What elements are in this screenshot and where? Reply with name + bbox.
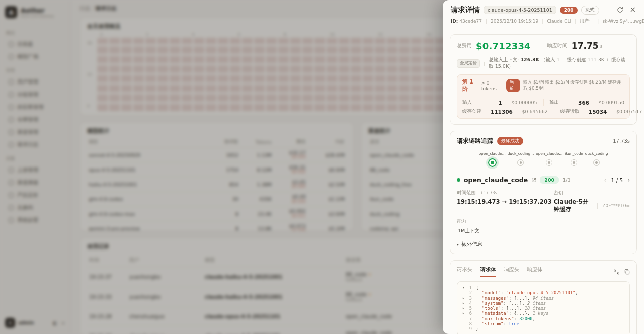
request-id: 43cede77 bbox=[459, 19, 482, 24]
payload-tab[interactable]: 请求体 bbox=[480, 266, 497, 277]
trace-node-dot bbox=[546, 159, 552, 166]
token-stat-row: 输入1$0.000005 输出366$0.009150 bbox=[462, 99, 624, 106]
trace-node[interactable]: ikun_code bbox=[564, 151, 584, 167]
code-line: ▸5"tools": [...], 18 items bbox=[461, 306, 625, 311]
line-number: 8 bbox=[466, 321, 472, 326]
chevron-spacer bbox=[461, 326, 466, 331]
extra-info-toggle[interactable]: ▸ 额外信息 bbox=[457, 241, 630, 248]
page-indicator: 1 / 5 bbox=[611, 177, 623, 183]
collapse-panel-icon[interactable] bbox=[614, 269, 619, 275]
status-code-badge: 200 bbox=[560, 7, 578, 14]
ability-label: 能力 bbox=[457, 218, 466, 225]
expand-triangle-icon: ▸ bbox=[457, 242, 459, 247]
json-viewer[interactable]: ▾1{2"model": "claude-opus-4-5-20251101",… bbox=[457, 281, 630, 334]
refresh-icon[interactable] bbox=[617, 7, 623, 13]
line-number: 2 bbox=[466, 290, 472, 295]
payload-card: 请求头请求体响应头响应体 ▾1{2"model": "claude-opus-4… bbox=[450, 260, 637, 334]
latency-value: 17.75 bbox=[572, 41, 599, 51]
code-line: ▸3"messages": [...], 94 items bbox=[461, 296, 625, 301]
close-icon[interactable]: × bbox=[629, 6, 636, 14]
request-meta: ID: 43cede77 | 2025/12/10 19:15:19 | Cla… bbox=[451, 18, 636, 24]
selected-channel-name: open_claude_code bbox=[464, 176, 528, 184]
chevron-spacer bbox=[461, 316, 466, 321]
line-number: 1 bbox=[466, 285, 472, 290]
request-detail-drawer: 请求详情 claude-opus-4-5-20251101 200 流式 × I… bbox=[443, 0, 644, 334]
line-number: 5 bbox=[466, 306, 472, 311]
total-cost: $0.712334 bbox=[476, 41, 531, 51]
code-line: ▸6"metadata": {...}, 1 keys bbox=[461, 311, 625, 316]
trace-duration: 17.73s bbox=[613, 138, 630, 144]
next-page-icon[interactable]: › bbox=[627, 177, 630, 184]
redacted-username bbox=[594, 19, 594, 23]
chevron-spacer bbox=[461, 290, 466, 295]
payload-tab[interactable]: 响应头 bbox=[504, 266, 520, 277]
final-status-badge: 最终成功 bbox=[497, 137, 523, 145]
code-line: 2"model": "claude-opus-4-5-20251101", bbox=[461, 290, 625, 295]
key-name: Claude-5分钟缓存 bbox=[554, 198, 592, 213]
latency-label: 响应时间 bbox=[547, 42, 568, 49]
time-range-value: 19:15:19.473 → 19:15:37.203 bbox=[457, 198, 554, 205]
attempt-count: 1/3 bbox=[562, 177, 570, 183]
context-summary: 全局定价 | 总输入上下文: 126.3K （输入 1 + 缓存创建 111.3… bbox=[457, 57, 630, 70]
extra-info-label: 额外信息 bbox=[461, 241, 482, 248]
tier-name: 第 1 阶 bbox=[462, 78, 478, 93]
line-number: 9 bbox=[466, 326, 472, 331]
pricing-badge: 全局定价 bbox=[457, 59, 480, 68]
line-number: 6 bbox=[466, 311, 472, 316]
trace-node[interactable]: open_claude... bbox=[478, 151, 507, 167]
ability-tag: 1M上下文 bbox=[457, 227, 480, 235]
request-time: 2025/12/10 19:15:19 bbox=[491, 19, 538, 24]
code-line: ▾1{ bbox=[461, 285, 625, 290]
line-number: 3 bbox=[466, 296, 472, 301]
code-line: ▸4"system": [...], 2 items bbox=[461, 301, 625, 306]
trace-node-dot bbox=[571, 159, 577, 166]
key-label: 密钥 bbox=[554, 190, 564, 196]
time-delta: +17.73s bbox=[480, 191, 497, 195]
code-line: 7"max_tokens": 32000, bbox=[461, 316, 625, 321]
trace-timeline: open_claude... duck_coding... open_claud… bbox=[457, 151, 630, 167]
prev-page-icon[interactable]: ‹ bbox=[604, 177, 607, 184]
tier-range: > 0 tokens bbox=[481, 80, 503, 91]
chevron-spacer bbox=[461, 321, 466, 326]
expand-chevron-icon[interactable]: ▸ bbox=[461, 296, 466, 301]
current-tier-badge: 当前 bbox=[506, 79, 521, 92]
copy-icon[interactable] bbox=[624, 269, 630, 275]
payload-tab[interactable]: 响应体 bbox=[527, 266, 543, 277]
trace-title: 请求链路追踪 bbox=[457, 137, 493, 145]
success-dot-icon bbox=[457, 178, 460, 182]
stream-badge: 流式 bbox=[581, 6, 599, 15]
external-link-icon[interactable] bbox=[531, 178, 536, 183]
payload-tab[interactable]: 请求头 bbox=[457, 266, 473, 277]
payload-tabs: 请求头请求体响应头响应体 bbox=[457, 266, 630, 277]
trace-node-dot bbox=[517, 159, 524, 166]
drawer-body: 总费用 $0.712334 响应时间 17.75 s 全局定价 | 总输入上下文… bbox=[443, 28, 644, 334]
code-lines: ▾1{2"model": "claude-opus-4-5-20251101",… bbox=[461, 285, 625, 332]
trace-node[interactable]: duck_coding... bbox=[507, 151, 535, 167]
drawer-header: 请求详情 claude-opus-4-5-20251101 200 流式 × I… bbox=[443, 0, 644, 28]
trace-node[interactable]: duck_coding bbox=[584, 151, 609, 167]
latency-unit: s bbox=[600, 43, 603, 49]
expand-chevron-icon[interactable]: ▸ bbox=[461, 311, 466, 316]
line-number: 4 bbox=[466, 301, 472, 306]
model-tag: claude-opus-4-5-20251101 bbox=[484, 6, 556, 14]
time-range-label: 时间范围 bbox=[457, 190, 476, 196]
cost-summary-card: 总费用 $0.712334 响应时间 17.75 s 全局定价 | 总输入上下文… bbox=[450, 34, 637, 125]
code-line: 9} bbox=[461, 326, 625, 331]
trace-node-dot bbox=[593, 159, 600, 166]
user-label: 用户: bbox=[580, 18, 590, 24]
context-total: 126.3K bbox=[520, 57, 539, 62]
api-key-masked: sk-WvzISy4...uwgB bbox=[602, 19, 644, 24]
key-masked-value: Z0F***PT0= bbox=[602, 203, 630, 208]
pricing-tier-box: 第 1 阶 > 0 tokens 当前 输入 $5/M 输出 $25/M 缓存创… bbox=[457, 74, 630, 119]
cost-label: 总费用 bbox=[457, 42, 472, 49]
client-name: Claude CLI bbox=[547, 19, 571, 24]
drawer-title: 请求详情 bbox=[451, 5, 480, 15]
node-status-badge: 200 bbox=[540, 176, 559, 184]
line-number: 7 bbox=[466, 316, 472, 321]
collapse-chevron-icon[interactable]: ▾ bbox=[461, 285, 466, 290]
code-line: 8"stream": true bbox=[461, 321, 625, 326]
trace-node[interactable]: open_claude... bbox=[535, 151, 564, 167]
expand-chevron-icon[interactable]: ▸ bbox=[461, 306, 466, 311]
expand-chevron-icon[interactable]: ▸ bbox=[461, 301, 466, 306]
token-stat-row: 缓存创建111306$0.695662 缓存读取15034$0.007517 bbox=[462, 108, 624, 115]
